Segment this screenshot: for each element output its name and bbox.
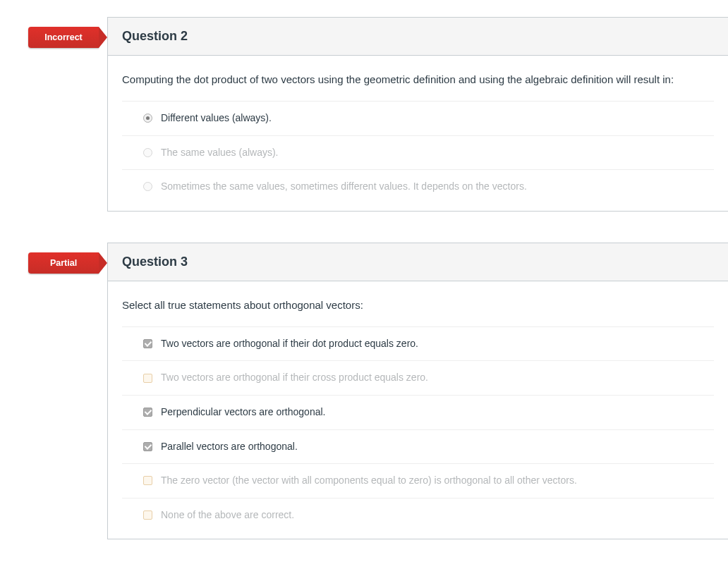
answer-text: The zero vector (the vector with all com…: [161, 474, 577, 488]
quiz-container: Incorrect Question 2 Computing the dot p…: [0, 0, 728, 539]
checkbox-icon: [143, 374, 152, 383]
question-block: Partial Question 3 Select all true state…: [107, 243, 728, 540]
question-card: Question 3 Select all true statements ab…: [107, 243, 728, 540]
answer-text: The same values (always).: [161, 146, 279, 160]
question-card: Question 2 Computing the dot product of …: [107, 17, 728, 212]
checkbox-icon: [143, 510, 152, 520]
question-prompt: Select all true statements about orthogo…: [122, 299, 714, 326]
answer-option: Two vectors are orthogonal if their cros…: [122, 360, 714, 395]
answer-text: Perpendicular vectors are orthogonal.: [161, 405, 325, 420]
question-body: Computing the dot product of two vectors…: [108, 56, 728, 211]
question-block: Incorrect Question 2 Computing the dot p…: [107, 17, 728, 212]
radio-icon: [143, 182, 152, 191]
question-header: Question 2: [108, 18, 728, 56]
answer-text: Different values (always).: [161, 111, 272, 126]
answer-option: Perpendicular vectors are orthogonal.: [122, 395, 714, 429]
answer-option: Parallel vectors are orthogonal.: [122, 429, 714, 464]
answer-option: None of the above are correct.: [122, 498, 714, 532]
question-prompt: Computing the dot product of two vectors…: [122, 73, 714, 101]
radio-icon: [143, 148, 152, 157]
checkbox-icon: [143, 339, 152, 348]
question-header: Question 3: [108, 243, 728, 281]
question-title: Question 2: [122, 29, 714, 44]
radio-icon: [143, 114, 152, 123]
answer-text: Two vectors are orthogonal if their dot …: [161, 337, 418, 351]
answer-text: Sometimes the same values, sometimes dif…: [161, 180, 527, 194]
answer-option: The zero vector (the vector with all com…: [122, 463, 714, 498]
question-body: Select all true statements about orthogo…: [108, 281, 728, 539]
answer-option: Different values (always).: [122, 101, 714, 135]
checkbox-icon: [143, 408, 152, 417]
answer-text: Parallel vectors are orthogonal.: [161, 440, 298, 454]
answer-text: Two vectors are orthogonal if their cros…: [161, 371, 428, 385]
status-badge-partial: Partial: [28, 252, 99, 274]
answer-option: The same values (always).: [122, 135, 714, 170]
checkbox-icon: [143, 442, 152, 451]
question-title: Question 3: [122, 255, 714, 269]
answer-option: Sometimes the same values, sometimes dif…: [122, 169, 714, 204]
answer-text: None of the above are correct.: [161, 508, 294, 522]
status-badge-incorrect: Incorrect: [28, 27, 99, 48]
checkbox-icon: [143, 476, 152, 485]
answer-option: Two vectors are orthogonal if their dot …: [122, 326, 714, 361]
